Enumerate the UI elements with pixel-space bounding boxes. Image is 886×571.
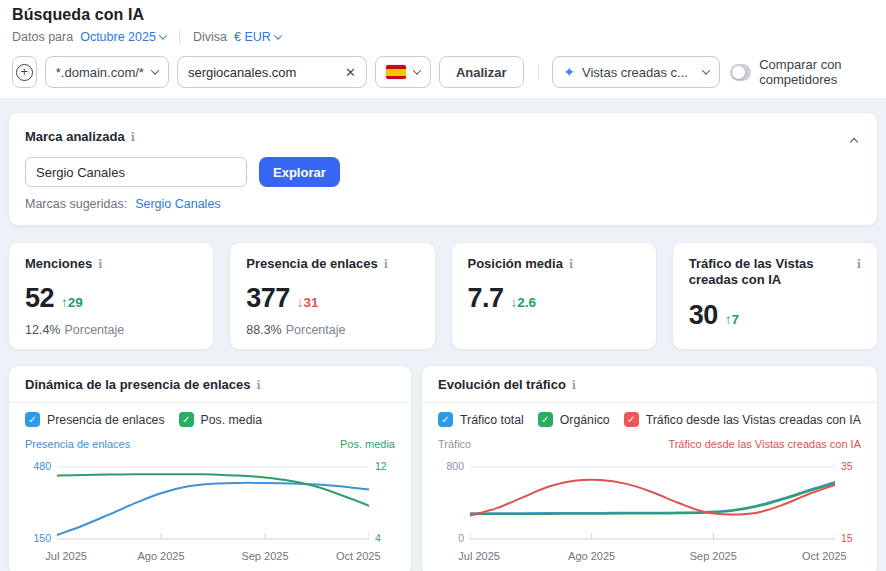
info-icon[interactable]: i	[569, 258, 573, 272]
metric-delta: ↑29	[61, 295, 83, 310]
x-axis-labels: Jul 2025 Ago 2025 Sep 2025 Oct 2025	[470, 550, 835, 565]
data-for-label: Datos para	[12, 30, 73, 44]
currency-label: Divisa	[193, 30, 227, 44]
checkbox-icon: ✓	[624, 412, 639, 427]
right-axis-ticks: 12 4	[369, 455, 395, 547]
clear-icon[interactable]: ✕	[343, 65, 358, 80]
traffic-evolution-chart-card: Evolución del tráficoi ✓ Tráfico total ✓…	[421, 365, 878, 571]
metric-sub: 12.4%Porcentaje	[25, 323, 197, 337]
metric-value: 7.7	[468, 283, 504, 314]
spain-flag-icon	[386, 65, 406, 79]
main-content: Marca analizada i Explorar Marcas sugeri…	[0, 98, 886, 571]
right-axis-ticks: 35 15	[835, 455, 861, 547]
info-icon[interactable]: i	[131, 131, 135, 144]
toggle-knob	[732, 66, 745, 79]
chart-body: ✓ Presencia de enlaces ✓ Pos. media Pres…	[9, 403, 411, 571]
line-chart-svg	[57, 455, 369, 547]
metric-value: 30	[689, 300, 718, 331]
axis-labels: Presencia de enlaces Pos. media	[25, 438, 395, 450]
brand-name-input[interactable]	[25, 157, 247, 187]
suggested-brand-link[interactable]: Sergio Canales	[135, 197, 220, 211]
domain-search-box: ✕	[177, 56, 367, 88]
metric-title: Presencia de enlacesi	[246, 256, 418, 272]
checkbox-icon: ✓	[25, 412, 40, 427]
metric-title: Mencionesi	[25, 256, 197, 272]
info-icon[interactable]: i	[384, 258, 388, 272]
metrics-row: Mencionesi 52 ↑29 12.4%Porcentaje Presen…	[8, 242, 878, 350]
page-title: Búsqueda con IA	[12, 6, 874, 24]
analyzed-brand-card: Marca analizada i Explorar Marcas sugeri…	[8, 112, 878, 226]
chart-title: Evolución del tráficoi	[422, 366, 877, 403]
compare-toggle-group: Comparar con competidores	[730, 57, 874, 87]
explore-button[interactable]: Explorar	[259, 157, 340, 187]
chevron-down-icon	[413, 66, 421, 74]
checkbox-icon: ✓	[438, 412, 453, 427]
divider	[538, 65, 539, 79]
domain-scope-dropdown[interactable]: *.domain.com/*	[45, 56, 169, 88]
legend-item-presencia[interactable]: ✓ Presencia de enlaces	[25, 412, 165, 427]
info-icon[interactable]: i	[572, 379, 576, 392]
chart-body: ✓ Tráfico total ✓ Orgánico ✓ Tráfico des…	[422, 403, 877, 571]
plus-icon: +	[16, 64, 33, 81]
chevron-down-icon	[159, 31, 167, 39]
country-dropdown[interactable]	[375, 56, 431, 88]
divider	[179, 30, 180, 44]
legend-item-trafico-total[interactable]: ✓ Tráfico total	[438, 412, 524, 427]
metric-card-posicion: Posición mediai 7.7 ↓2.6	[451, 242, 657, 350]
checkbox-icon: ✓	[179, 412, 194, 427]
metric-card-menciones: Mencionesi 52 ↑29 12.4%Porcentaje	[8, 242, 214, 350]
left-axis-label: Tráfico	[438, 438, 471, 450]
checkbox-icon: ✓	[538, 412, 553, 427]
page-header: Búsqueda con IA Datos para Octubre 2025 …	[0, 0, 886, 52]
compare-competitors-toggle[interactable]	[730, 64, 751, 81]
sparkle-icon: ✦	[563, 64, 575, 80]
brand-card-title: Marca analizada i	[25, 129, 135, 144]
ai-views-dropdown[interactable]: ✦Vistas creadas c...	[552, 56, 720, 88]
right-axis-label: Tráfico desde las Vistas creadas con IA	[668, 438, 861, 450]
left-axis-ticks: 800 0	[438, 455, 470, 547]
metric-value: 52	[25, 283, 54, 314]
metric-delta: ↑7	[725, 312, 739, 327]
compare-toggle-label: Comparar con competidores	[759, 57, 874, 87]
toolbar: + *.domain.com/* ✕ Analizar ✦Vistas crea…	[0, 52, 886, 98]
x-axis-labels: Jul 2025 Ago 2025 Sep 2025 Oct 2025	[57, 550, 369, 565]
metric-delta: ↓2.6	[511, 295, 537, 310]
brand-input-row: Explorar	[25, 157, 861, 187]
metric-card-presencia: Presencia de enlacesi 377 ↓31 88.3%Porce…	[229, 242, 435, 350]
analyze-button[interactable]: Analizar	[439, 56, 524, 88]
left-axis-label: Presencia de enlaces	[25, 438, 130, 450]
right-axis-label: Pos. media	[340, 438, 395, 450]
chevron-down-icon	[274, 31, 282, 39]
add-domain-button[interactable]: +	[12, 56, 37, 88]
chart-legend: ✓ Tráfico total ✓ Orgánico ✓ Tráfico des…	[438, 412, 861, 427]
axis-labels: Tráfico Tráfico desde las Vistas creadas…	[438, 438, 861, 450]
line-chart-svg	[470, 455, 835, 547]
suggested-brands-row: Marcas sugeridas: Sergio Canales	[25, 197, 861, 211]
legend-item-organico[interactable]: ✓ Orgánico	[538, 412, 610, 427]
metric-sub: 88.3%Porcentaje	[246, 323, 418, 337]
collapse-card-button[interactable]	[847, 131, 857, 149]
chevron-down-icon	[702, 66, 710, 74]
chevron-up-icon	[850, 138, 858, 146]
chart-legend: ✓ Presencia de enlaces ✓ Pos. media	[25, 412, 395, 427]
info-icon[interactable]: i	[857, 258, 861, 272]
plot-area: 800 0 35 15	[438, 455, 861, 547]
domain-search-input[interactable]	[188, 65, 343, 80]
metric-value: 377	[246, 283, 290, 314]
suggested-brands-label: Marcas sugeridas:	[25, 197, 127, 211]
left-axis-ticks: 480 150	[25, 455, 57, 547]
legend-item-trafico-ia[interactable]: ✓ Tráfico desde las Vistas creadas con I…	[624, 412, 861, 427]
link-presence-chart-card: Dinámica de la presencia de enlacesi ✓ P…	[8, 365, 412, 571]
month-selector[interactable]: Octubre 2025	[80, 30, 166, 44]
metric-title: Tráfico de las Vistas creadas con IAi	[689, 256, 861, 289]
info-icon[interactable]: i	[98, 258, 102, 272]
info-icon[interactable]: i	[256, 379, 260, 392]
currency-selector[interactable]: € EUR	[234, 30, 281, 44]
metric-card-trafico-ia: Tráfico de las Vistas creadas con IAi 30…	[672, 242, 878, 350]
metric-title: Posición mediai	[468, 256, 640, 272]
plot-area: 480 150 12 4	[25, 455, 395, 547]
metric-delta: ↓31	[297, 295, 319, 310]
chart-title: Dinámica de la presencia de enlacesi	[9, 366, 411, 403]
legend-item-pos-media[interactable]: ✓ Pos. media	[179, 412, 263, 427]
chevron-down-icon	[151, 66, 159, 74]
